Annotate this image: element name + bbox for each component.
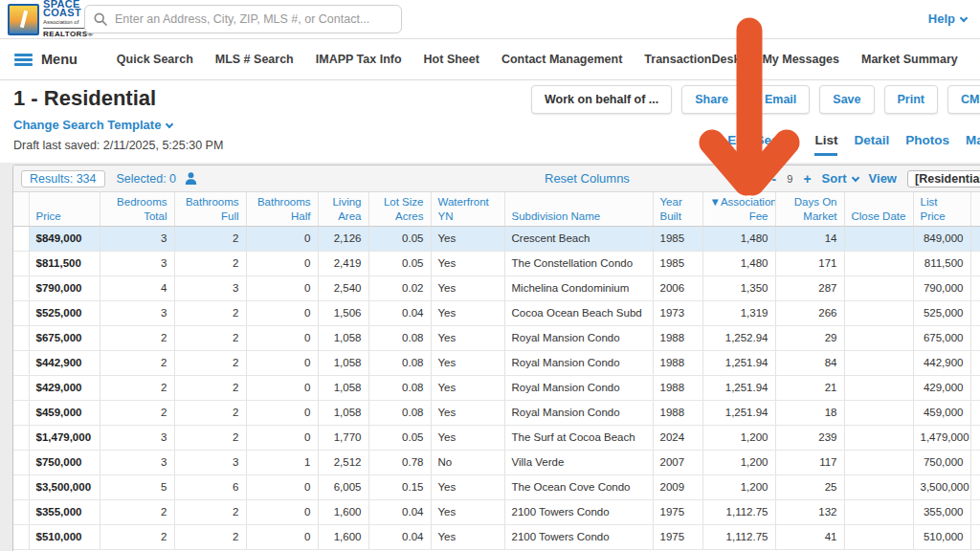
table-row[interactable]: $675,0002201,0580.08YesRoyal Mansion Con… [13, 325, 980, 350]
column-header-waterfront-yn[interactable]: Waterfront YN [431, 192, 504, 226]
cell [13, 375, 29, 400]
column-header-blank[interactable] [970, 192, 980, 226]
view-button[interactable]: View [869, 171, 897, 186]
table-row[interactable]: $510,0002201,6000.04Yes2100 Towers Condo… [13, 524, 980, 549]
nav-item-mls-search[interactable]: MLS # Search [215, 53, 294, 66]
table-row[interactable]: $750,0003312,5120.78NoVilla Verde20071,2… [13, 450, 980, 474]
cell [13, 450, 29, 474]
cell [13, 226, 29, 251]
column-header-bathrooms-full[interactable]: Bathrooms Full [174, 192, 246, 226]
change-search-template-link[interactable]: Change Search Template [13, 118, 172, 132]
menu-label: Menu [41, 52, 78, 67]
cell: Yes [431, 499, 504, 524]
grid-view-icon[interactable] [746, 172, 762, 185]
cell: 0.08 [368, 325, 431, 350]
cell: The Surf at Cocoa Beach [504, 425, 653, 450]
chevron-down-icon [851, 174, 858, 182]
cell: 2007 [653, 450, 702, 474]
print-button[interactable]: Print [884, 85, 938, 114]
action-buttons: Work on behalf of ...ShareEmailSavePrint… [531, 85, 980, 114]
table-row[interactable]: $429,0002201,0580.08YesRoyal Mansion Con… [13, 375, 980, 400]
cell [844, 350, 913, 375]
nav-item-my-messages[interactable]: My Messages [762, 53, 839, 66]
column-header-bedrooms-total[interactable]: Bedrooms Total [100, 192, 174, 226]
nav-item-imapp-tax-info[interactable]: IMAPP Tax Info [316, 53, 402, 66]
nav-item-contact-management[interactable]: Contact Management [501, 53, 622, 66]
save-button[interactable]: Save [819, 85, 874, 114]
global-search[interactable] [84, 5, 402, 33]
tab-map[interactable]: Map [966, 133, 980, 156]
search-input[interactable] [115, 12, 392, 26]
cell [844, 276, 913, 300]
table-row[interactable]: $1,479,0003201,7700.05YesThe Surf at Coc… [13, 425, 980, 450]
column-header-subdivision-name[interactable]: Subdivision Name [504, 192, 653, 226]
cell: 2 [174, 325, 246, 350]
cell: 0 [246, 474, 318, 499]
column-header-price[interactable]: Price [29, 192, 100, 226]
menu-button[interactable]: Menu [0, 39, 99, 79]
column-header-living-area[interactable]: Living Area [318, 192, 368, 226]
column-header-association-fee[interactable]: ▼Association Fee [702, 192, 775, 226]
nav-item-market-summary[interactable]: Market Summary [861, 53, 958, 66]
brand-logo[interactable]: SPACE COAST Association of REALTORS® [8, 0, 94, 38]
column-header-lot-size-acres[interactable]: Lot Size Acres [368, 192, 431, 226]
font-decrease-button[interactable]: - [772, 171, 777, 187]
table-row[interactable]: $525,0003201,5060.04YesCocoa Ocean Beach… [13, 300, 980, 325]
column-header-close-date[interactable]: Close Date [844, 192, 913, 226]
cell: 1,112.75 [702, 524, 775, 549]
view-selector[interactable]: [Residential] [907, 170, 980, 187]
person-icon[interactable] [184, 171, 198, 186]
table-row[interactable]: $849,0003202,1260.05YesCrescent Beach198… [13, 226, 980, 251]
cell: 1,319 [702, 300, 775, 325]
table-row[interactable]: $790,0004302,5400.02YesMichelina Condomi… [13, 276, 980, 300]
tab-detail[interactable]: Detail [854, 133, 889, 156]
share-button[interactable]: Share [681, 85, 742, 114]
table-row[interactable]: $355,0002201,6000.04Yes2100 Towers Condo… [13, 499, 980, 524]
cell: 5 [100, 474, 174, 499]
cell: 1,350 [702, 276, 775, 300]
table-row[interactable]: $3,500,0005606,0050.15YesThe Ocean Cove … [13, 474, 980, 499]
cell: $459,000 [29, 400, 100, 425]
cell: 2 [100, 400, 174, 425]
cell: 355,000 [913, 499, 970, 524]
cell: 41 [775, 524, 844, 549]
email-button[interactable]: Email [751, 85, 810, 114]
tab-list[interactable]: List [814, 133, 837, 156]
cell: 0 [246, 276, 318, 300]
nav-item-hot-sheet[interactable]: Hot Sheet [424, 53, 479, 66]
reset-columns-link[interactable]: Reset Columns [545, 171, 630, 186]
column-header-year-built[interactable]: Year Built [653, 192, 702, 226]
column-header-days-on-market[interactable]: Days On Market [775, 192, 844, 226]
cell: Yes [431, 350, 504, 375]
nav-item-transactiondesk[interactable]: TransactionDesk [644, 53, 740, 66]
cell [13, 400, 29, 425]
tab-photos[interactable]: Photos [905, 133, 949, 156]
nav-item-quick-search[interactable]: Quick Search [117, 53, 193, 66]
cell: 2,512 [318, 450, 368, 474]
cell: 1988 [653, 325, 702, 350]
cell: 25 [775, 474, 844, 499]
sort-button[interactable]: Sort [822, 171, 858, 186]
table-row[interactable]: $811,5003202,4190.05YesThe Constellation… [13, 251, 980, 276]
column-header-blank[interactable] [13, 192, 29, 226]
cell: 0.02 [368, 276, 431, 300]
results-table: PriceBedrooms TotalBathrooms FullBathroo… [13, 192, 980, 550]
tab-edit-search[interactable]: Edit Search [727, 133, 798, 156]
font-increase-button[interactable]: + [803, 171, 811, 187]
table-row[interactable]: $459,0002201,0580.08YesRoyal Mansion Con… [13, 400, 980, 425]
selected-count: Selected: 0 [117, 172, 177, 186]
cma-button[interactable]: CMA [947, 85, 980, 114]
column-header-list-price[interactable]: List Price [913, 192, 970, 226]
cell: 0 [246, 300, 318, 325]
cell: 1985 [653, 251, 702, 276]
cell: Royal Mansion Condo [504, 350, 653, 375]
work-on-behalf-of-button[interactable]: Work on behalf of ... [531, 85, 672, 114]
top-bar: SPACE COAST Association of REALTORS® Hel… [0, 0, 980, 38]
cell: 21 [775, 375, 844, 400]
cell: 2 [100, 524, 174, 549]
help-link[interactable]: Help [928, 11, 967, 26]
table-row[interactable]: $442,9002201,0580.08YesRoyal Mansion Con… [13, 350, 980, 375]
cell [13, 325, 29, 350]
column-header-bathrooms-half[interactable]: Bathrooms Half [246, 192, 318, 226]
cell: 0 [246, 226, 318, 251]
